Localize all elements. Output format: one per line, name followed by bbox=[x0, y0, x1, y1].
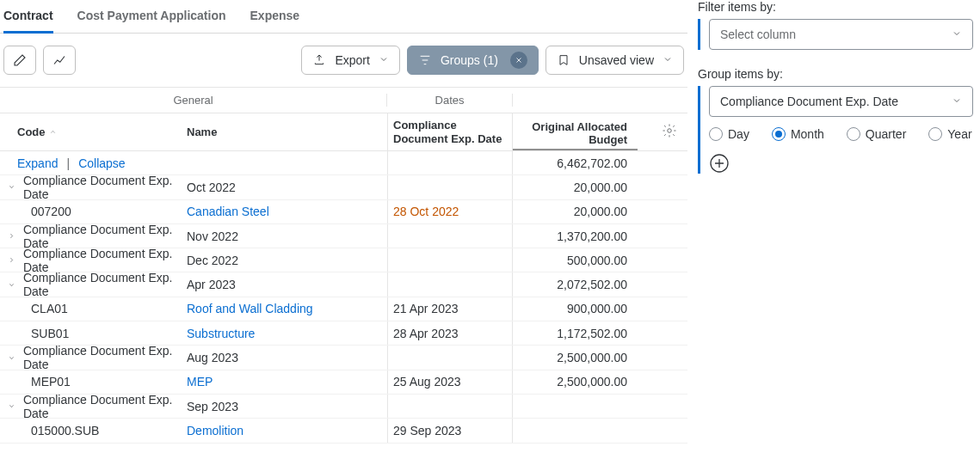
edit-button[interactable] bbox=[3, 46, 36, 75]
cell-name-link[interactable]: Canadian Steel bbox=[187, 205, 269, 218]
cell-code: SUB01 bbox=[0, 327, 185, 340]
chevron-down-icon bbox=[663, 53, 673, 67]
tab-contract[interactable]: Contract bbox=[3, 3, 53, 34]
group-column-select[interactable]: Compliance Document Exp. Date bbox=[709, 86, 973, 117]
filter-column-select[interactable]: Select column bbox=[709, 19, 973, 50]
cell-date: 28 Apr 2023 bbox=[387, 321, 513, 345]
group-row: Compliance Document Exp. DateSep 2023 bbox=[0, 395, 687, 419]
group-toggle[interactable]: Compliance Document Exp. Date bbox=[0, 174, 185, 201]
column-header-name[interactable]: Name bbox=[185, 125, 387, 138]
chevron-down-icon bbox=[379, 53, 389, 67]
radio-quarter[interactable]: Quarter bbox=[847, 127, 906, 141]
radio-month[interactable]: Month bbox=[772, 127, 824, 141]
groups-label: Groups (1) bbox=[441, 53, 498, 67]
group-budget: 1,370,200.00 bbox=[513, 229, 638, 243]
cell-code: 007200 bbox=[0, 205, 185, 218]
cell-date: 29 Sep 2023 bbox=[387, 419, 513, 442]
cell-name-link[interactable]: Substructure bbox=[187, 327, 255, 340]
group-field-label: Compliance Document Exp. Date bbox=[23, 344, 185, 371]
cell-budget: 900,000.00 bbox=[513, 302, 638, 315]
cell-budget: 2,500,000.00 bbox=[513, 375, 638, 389]
radio-circle bbox=[928, 127, 942, 141]
cell-code: CLA01 bbox=[0, 302, 185, 315]
groups-button[interactable]: Groups (1) bbox=[407, 46, 539, 75]
group-budget: 500,000.00 bbox=[513, 254, 638, 267]
radio-year[interactable]: Year bbox=[928, 127, 971, 141]
column-header-code[interactable]: Code bbox=[0, 125, 185, 138]
table-row: 015000.SUBDemolition29 Sep 2023 bbox=[0, 419, 687, 443]
chevron-down-icon bbox=[952, 28, 962, 41]
chevron-right-icon bbox=[7, 256, 16, 264]
expand-all-link[interactable]: Expand bbox=[17, 156, 58, 170]
table-row: CLA01Roof and Wall Cladding21 Apr 202390… bbox=[0, 297, 687, 321]
group-budget: 2,500,000.00 bbox=[513, 351, 638, 364]
export-label: Export bbox=[335, 53, 369, 67]
chart-button[interactable] bbox=[43, 46, 76, 75]
group-field-label: Compliance Document Exp. Date bbox=[23, 223, 185, 250]
radio-day[interactable]: Day bbox=[709, 127, 749, 141]
cell-date: 21 Apr 2023 bbox=[387, 297, 513, 321]
group-month: Nov 2022 bbox=[185, 229, 387, 243]
tab-expense[interactable]: Expense bbox=[250, 3, 300, 33]
group-month: Aug 2023 bbox=[185, 351, 387, 364]
filter-placeholder: Select column bbox=[720, 28, 796, 41]
group-budget: 20,000.00 bbox=[513, 180, 638, 194]
cell-name-link[interactable]: MEP bbox=[187, 375, 213, 389]
sort-asc-icon bbox=[49, 125, 57, 138]
chevron-down-icon bbox=[7, 402, 16, 410]
add-group-button[interactable] bbox=[709, 153, 730, 174]
data-grid: General Dates Code Name Compliance Docum… bbox=[0, 87, 687, 465]
svg-point-0 bbox=[668, 129, 672, 133]
cell-budget: 1,172,502.00 bbox=[513, 327, 638, 340]
cell-name-link[interactable]: Roof and Wall Cladding bbox=[187, 302, 313, 315]
export-button[interactable]: Export bbox=[301, 46, 399, 75]
group-row: Compliance Document Exp. DateOct 202220,… bbox=[0, 175, 687, 199]
chevron-down-icon bbox=[7, 281, 16, 289]
table-row: MEP01MEP25 Aug 20232,500,000.00 bbox=[0, 370, 687, 395]
cell-date: 28 Oct 2022 bbox=[387, 200, 513, 223]
tab-bar: ContractCost Payment ApplicationExpense bbox=[0, 0, 687, 34]
group-row: Compliance Document Exp. DateApr 20232,0… bbox=[0, 272, 687, 297]
group-row: Compliance Document Exp. DateDec 2022500… bbox=[0, 248, 687, 272]
column-group-dates: Dates bbox=[387, 94, 513, 107]
group-label: Group items by: bbox=[698, 67, 973, 81]
group-toggle[interactable]: Compliance Document Exp. Date bbox=[0, 271, 185, 298]
cell-budget: 20,000.00 bbox=[513, 205, 638, 218]
chevron-down-icon bbox=[952, 95, 962, 108]
radio-circle bbox=[709, 127, 723, 141]
radio-label: Day bbox=[728, 127, 749, 141]
unsaved-view-label: Unsaved view bbox=[579, 53, 654, 67]
group-row: Compliance Document Exp. DateNov 20221,3… bbox=[0, 224, 687, 248]
column-header-budget[interactable]: Original Allocated Budget bbox=[513, 113, 638, 150]
group-toggle[interactable]: Compliance Document Exp. Date bbox=[0, 393, 185, 420]
group-value: Compliance Document Exp. Date bbox=[720, 95, 898, 108]
group-budget: 2,072,502.00 bbox=[513, 278, 638, 291]
unsaved-view-button[interactable]: Unsaved view bbox=[545, 46, 684, 75]
group-row: Compliance Document Exp. DateAug 20232,5… bbox=[0, 346, 687, 370]
group-month: Apr 2023 bbox=[185, 278, 387, 291]
total-budget: 6,462,702.00 bbox=[513, 156, 638, 170]
radio-label: Month bbox=[791, 127, 824, 141]
radio-label: Quarter bbox=[866, 127, 906, 141]
group-toggle[interactable]: Compliance Document Exp. Date bbox=[0, 247, 185, 274]
group-toggle[interactable]: Compliance Document Exp. Date bbox=[0, 344, 185, 371]
side-panel: Filter items by: Select column Group ite… bbox=[687, 0, 980, 465]
group-field-label: Compliance Document Exp. Date bbox=[23, 393, 185, 420]
group-toggle[interactable]: Compliance Document Exp. Date bbox=[0, 223, 185, 250]
cell-code: 015000.SUB bbox=[0, 424, 185, 437]
clear-groups-button[interactable] bbox=[510, 52, 527, 69]
expand-collapse-row: Expand | Collapse 6,462,702.00 bbox=[0, 151, 687, 175]
cell-code: MEP01 bbox=[0, 375, 185, 389]
collapse-all-link[interactable]: Collapse bbox=[78, 156, 125, 170]
group-field-label: Compliance Document Exp. Date bbox=[23, 271, 185, 298]
cell-name-link[interactable]: Demolition bbox=[187, 424, 243, 437]
table-row: 007200Canadian Steel28 Oct 202220,000.00 bbox=[0, 200, 687, 224]
radio-circle bbox=[772, 127, 786, 141]
radio-circle bbox=[847, 127, 860, 141]
gear-icon[interactable] bbox=[662, 123, 677, 141]
group-month: Oct 2022 bbox=[185, 180, 387, 194]
tab-cost-payment-application[interactable]: Cost Payment Application bbox=[77, 3, 226, 33]
column-header-compliance-date[interactable]: Compliance Document Exp. Date bbox=[387, 113, 513, 150]
radio-label: Year bbox=[947, 127, 971, 141]
filter-label: Filter items by: bbox=[698, 0, 973, 14]
